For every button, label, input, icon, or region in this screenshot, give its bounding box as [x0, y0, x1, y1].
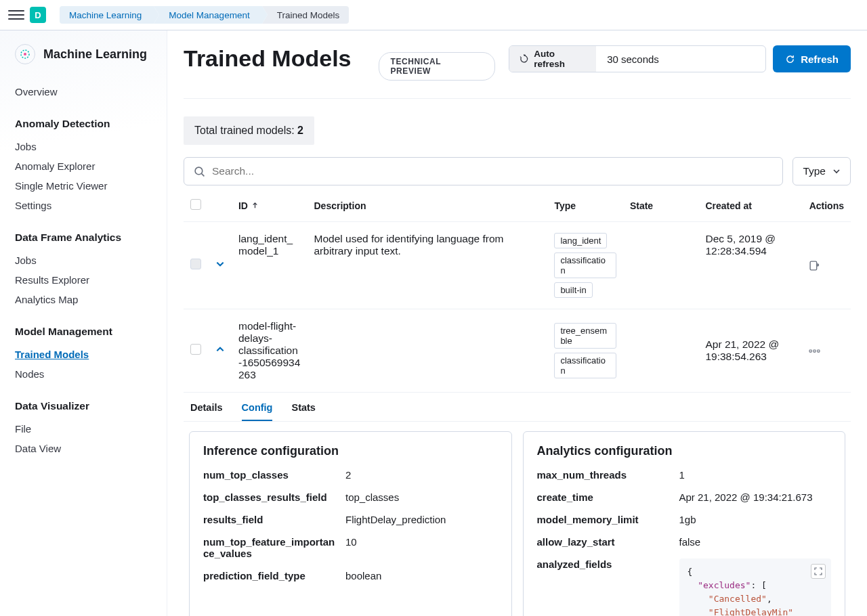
- technical-preview-badge: TECHNICAL PREVIEW: [379, 52, 494, 81]
- model-types: lang_ident classification built-in: [554, 233, 616, 298]
- analytics-config-title: Analytics configuration: [537, 444, 832, 458]
- config-value: 2: [345, 469, 498, 481]
- more-icon: [809, 345, 820, 357]
- row-checkbox[interactable]: [190, 344, 201, 355]
- column-actions: Actions: [802, 190, 851, 222]
- sidebar-item-nodes[interactable]: Nodes: [15, 364, 152, 384]
- trained-models-table: ID Description Type State Created at Act…: [184, 190, 851, 616]
- select-all-checkbox[interactable]: [190, 199, 201, 210]
- config-key: results_field: [203, 514, 345, 525]
- json-key: "excludes": [698, 580, 750, 590]
- table-row: model-flight-delays-classification-16505…: [184, 309, 851, 393]
- config-key: prediction_field_type: [203, 570, 345, 581]
- config-key: num_top_classes: [203, 469, 345, 481]
- more-actions-button[interactable]: [809, 345, 844, 357]
- json-string: "Cancelled": [709, 594, 767, 604]
- config-key: create_time: [537, 491, 679, 503]
- sidebar-item-file[interactable]: File: [15, 419, 152, 439]
- svg-rect-5: [809, 349, 811, 351]
- json-string: "FlightDelayMin": [709, 607, 793, 616]
- search-input[interactable]: [212, 165, 773, 177]
- column-state[interactable]: State: [623, 190, 699, 222]
- analyzed-fields-json: { "excludes": [ "Cancelled", "FlightDela…: [679, 558, 832, 616]
- config-value: Apr 21, 2022 @ 19:34:21.673: [679, 491, 832, 503]
- config-value: 1: [679, 469, 832, 481]
- sidebar-item-results-explorer[interactable]: Results Explorer: [15, 270, 152, 290]
- deploy-action-button[interactable]: [809, 260, 844, 271]
- chevron-down-icon: [832, 167, 841, 175]
- sidebar-item-single-metric-viewer[interactable]: Single Metric Viewer: [15, 176, 152, 196]
- model-description: Model used for identifying language from…: [308, 222, 548, 309]
- tab-config[interactable]: Config: [242, 402, 273, 421]
- total-count: 2: [297, 125, 303, 136]
- auto-refresh-control: Auto refresh 30 seconds: [509, 45, 766, 72]
- inference-config-title: Inference configuration: [203, 444, 498, 458]
- sidebar-item-data-view[interactable]: Data View: [15, 439, 152, 458]
- column-id: ID: [238, 200, 248, 211]
- type-tag: tree_ensemble: [554, 323, 616, 349]
- sidebar-group-data-visualizer: Data Visualizer: [15, 400, 152, 412]
- breadcrumb: Machine Learning Model Management Traine…: [60, 6, 349, 24]
- sidebar-title: Machine Learning: [43, 47, 147, 62]
- type-tag: classification: [554, 252, 616, 278]
- model-created-at: Apr 21, 2022 @ 19:38:54.263: [698, 309, 801, 393]
- analytics-config-panel: Analytics configuration max_num_threads1…: [523, 431, 846, 616]
- svg-rect-7: [817, 349, 819, 351]
- timer-icon: [519, 53, 530, 64]
- column-description[interactable]: Description: [308, 190, 548, 222]
- expand-code-button[interactable]: [811, 564, 826, 579]
- sidebar-item-analytics-map[interactable]: Analytics Map: [15, 290, 152, 309]
- refresh-button[interactable]: Refresh: [773, 45, 851, 72]
- type-tag: classification: [554, 353, 616, 378]
- detail-tabs: Details Config Stats: [184, 393, 851, 422]
- sidebar-item-settings[interactable]: Settings: [15, 196, 152, 215]
- tab-stats[interactable]: Stats: [291, 402, 315, 421]
- main-content: Trained Models TECHNICAL PREVIEW Auto re…: [167, 30, 867, 616]
- type-filter[interactable]: Type: [792, 157, 851, 185]
- fullscreen-icon: [814, 567, 822, 575]
- top-bar: D Machine Learning Model Management Trai…: [0, 0, 867, 30]
- config-key: analyzed_fields: [537, 558, 679, 616]
- collapse-row-button[interactable]: [215, 345, 225, 354]
- expand-row-button[interactable]: [215, 259, 225, 269]
- auto-refresh-toggle[interactable]: Auto refresh: [509, 46, 596, 72]
- ml-app-icon: [15, 44, 35, 64]
- config-key: max_num_threads: [537, 469, 679, 481]
- svg-rect-6: [813, 349, 815, 351]
- total-models-badge: Total trained models: 2: [184, 116, 314, 145]
- sidebar-group-model-management: Model Management: [15, 326, 152, 338]
- model-state: [623, 309, 699, 393]
- svg-point-1: [24, 53, 26, 56]
- sidebar-item-dfa-jobs[interactable]: Jobs: [15, 250, 152, 270]
- nav-menu-toggle[interactable]: [8, 7, 24, 23]
- sidebar-item-anomaly-explorer[interactable]: Anomaly Explorer: [15, 156, 152, 176]
- model-created-at: Dec 5, 2019 @ 12:28:34.594: [698, 222, 801, 309]
- auto-refresh-label: Auto refresh: [534, 49, 587, 69]
- config-key: top_classes_results_field: [203, 491, 345, 503]
- config-value: FlightDelay_prediction: [345, 514, 498, 525]
- config-value: false: [679, 536, 832, 548]
- svg-rect-4: [810, 261, 817, 270]
- breadcrumb-item[interactable]: Machine Learning: [60, 6, 154, 24]
- column-type[interactable]: Type: [547, 190, 623, 222]
- breadcrumb-item[interactable]: Model Management: [154, 6, 261, 24]
- divider: [184, 98, 851, 99]
- deploy-icon: [809, 260, 820, 271]
- config-value: 10: [345, 536, 498, 559]
- sidebar-item-overview[interactable]: Overview: [15, 82, 152, 102]
- search-input-wrapper[interactable]: [184, 157, 783, 185]
- auto-refresh-value[interactable]: 30 seconds: [596, 46, 765, 72]
- total-label: Total trained models:: [194, 125, 297, 136]
- column-id-sort[interactable]: ID: [238, 200, 259, 211]
- breadcrumb-item: Trained Models: [262, 6, 350, 24]
- column-created-at[interactable]: Created at: [698, 190, 801, 222]
- tab-details[interactable]: Details: [190, 402, 223, 421]
- model-id: lang_ident_model_1: [232, 222, 308, 309]
- sidebar-item-trained-models[interactable]: Trained Models: [15, 345, 152, 364]
- search-icon: [194, 166, 205, 177]
- config-value: 1gb: [679, 514, 832, 525]
- sidebar-item-jobs[interactable]: Jobs: [15, 137, 152, 156]
- app-badge[interactable]: D: [30, 7, 46, 23]
- sidebar: Machine Learning Overview Anomaly Detect…: [0, 30, 167, 616]
- config-key: model_memory_limit: [537, 514, 679, 525]
